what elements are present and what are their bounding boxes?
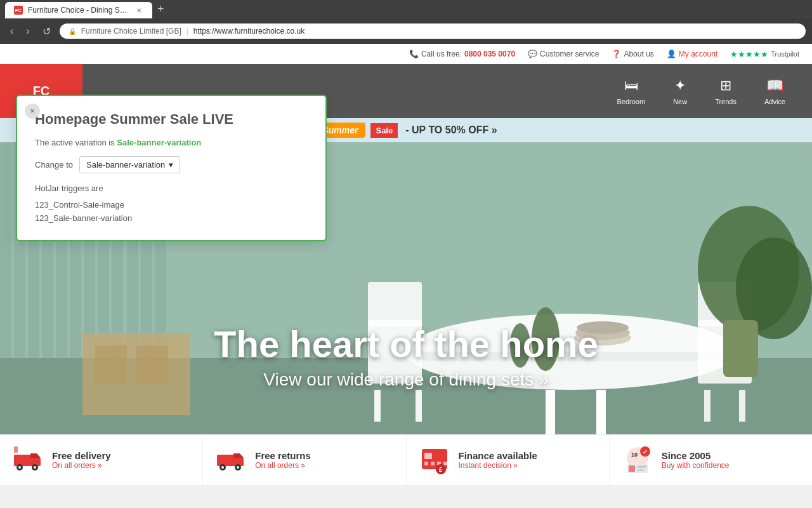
hero-title: The heart of the home xyxy=(152,324,660,364)
feature-returns[interactable]: Free returns On all orders » xyxy=(203,435,406,485)
customer-service-icon: 💬 xyxy=(528,50,537,58)
phone-icon: 📞 xyxy=(409,50,419,58)
svg-point-41 xyxy=(18,466,21,469)
finance-sub: Instant decision » xyxy=(459,461,537,470)
my-account-label: My account xyxy=(679,50,717,58)
popup-desc-prefix: The active variation is xyxy=(35,138,117,147)
trends-label: Trends xyxy=(715,98,737,105)
svg-rect-23 xyxy=(704,390,710,422)
delivery-text: Free delivery On all orders » xyxy=(52,450,111,470)
returns-sub: On all orders » xyxy=(255,461,311,470)
account-icon: 👤 xyxy=(667,50,676,58)
phone-item[interactable]: 📞 Call us free: 0800 035 0070 xyxy=(409,50,515,58)
svg-rect-65 xyxy=(629,465,635,472)
reload-button[interactable]: ↺ xyxy=(39,23,55,40)
separator: | xyxy=(187,27,188,36)
trustpilot-label: Trustpilot xyxy=(771,50,799,58)
tab-title: Furniture Choice - Dining Sets, Ta... xyxy=(28,6,129,15)
change-variation-row: Change to Sale-banner-variation ▾ xyxy=(35,156,308,173)
customer-service-label: Customer service xyxy=(540,50,599,58)
site-name: Furniture Choice Limited [GB] xyxy=(81,27,181,36)
returns-icon xyxy=(216,445,246,476)
finance-text: Finance available Instant decision » xyxy=(459,450,537,470)
address-bar[interactable]: 🔒 Furniture Choice Limited [GB] | https:… xyxy=(60,23,806,39)
tab-favicon: FC xyxy=(14,6,23,15)
svg-rect-44 xyxy=(14,446,18,453)
svg-rect-20 xyxy=(416,390,422,422)
back-button[interactable]: ‹ xyxy=(6,23,17,39)
change-select-value: Sale-banner-variation xyxy=(86,160,165,170)
features-bar: Free delivery On all orders » xyxy=(0,434,812,485)
since-title: Since 2005 xyxy=(662,450,730,461)
forward-button[interactable]: › xyxy=(22,23,33,39)
chevron-down-icon: ▾ xyxy=(169,160,173,170)
feature-delivery[interactable]: Free delivery On all orders » xyxy=(0,435,203,485)
advice-label: Advice xyxy=(764,98,785,105)
hotjar-item-2: 123_Sale-banner-variation xyxy=(35,211,308,225)
svg-text:£: £ xyxy=(439,466,443,473)
returns-title: Free returns xyxy=(255,450,311,461)
since-sub: Buy with confidence xyxy=(662,461,730,470)
popup-active-variation: Sale-banner-variation xyxy=(117,138,201,147)
svg-rect-35 xyxy=(95,345,127,384)
customer-service-item[interactable]: 💬 Customer service xyxy=(528,50,599,58)
nav-item-advice[interactable]: 📖 Advice xyxy=(750,68,799,115)
nav-item-bedroom[interactable]: 🛏 Bedroom xyxy=(603,68,659,115)
finance-title: Finance available xyxy=(459,450,537,461)
delivery-sub: On all orders » xyxy=(52,461,111,470)
nav-item-trends[interactable]: ⊞ Trends xyxy=(701,68,750,115)
nav-item-new[interactable]: ✦ New xyxy=(659,68,701,115)
svg-rect-37 xyxy=(14,455,32,466)
sale-label: Sale xyxy=(370,123,398,138)
svg-point-51 xyxy=(237,466,239,469)
svg-rect-45 xyxy=(217,455,235,466)
feature-since[interactable]: 10 ✓ Since 2005 Buy with confidence xyxy=(610,435,812,485)
delivery-icon xyxy=(13,445,43,476)
svg-rect-19 xyxy=(374,390,381,422)
tab-close-button[interactable]: ✕ xyxy=(134,6,143,15)
trends-icon: ⊞ xyxy=(720,77,731,94)
since-icon: 10 ✓ xyxy=(622,445,653,476)
svg-rect-17 xyxy=(596,390,606,434)
bedroom-label: Bedroom xyxy=(617,98,645,105)
popup-close-button[interactable]: × xyxy=(25,104,40,119)
popup-title: Homepage Summer Sale LIVE xyxy=(35,111,308,128)
svg-rect-57 xyxy=(443,462,447,465)
hotjar-item-1: 123_Control-Sale-image xyxy=(35,198,308,211)
active-tab: FC Furniture Choice - Dining Sets, Ta...… xyxy=(5,2,152,18)
new-tab-button[interactable]: + xyxy=(152,0,169,18)
lock-icon: 🔒 xyxy=(69,28,76,35)
svg-text:✓: ✓ xyxy=(643,449,648,455)
hotjar-title: HotJar triggers are xyxy=(35,184,308,193)
phone-number: 0800 035 0070 xyxy=(464,50,515,58)
top-bar: 📞 Call us free: 0800 035 0070 💬 Customer… xyxy=(0,44,812,64)
bedroom-icon: 🛏 xyxy=(624,77,638,94)
trustpilot-badge[interactable]: ★★★★★ Trustpilot xyxy=(730,50,799,59)
discount-text: - UP TO 50% OFF » xyxy=(405,124,497,136)
delivery-title: Free delivery xyxy=(52,450,111,461)
hero-subtitle[interactable]: View our wide range of dining sets » xyxy=(152,370,660,390)
change-variation-select[interactable]: Sale-banner-variation ▾ xyxy=(79,156,180,173)
new-icon: ✦ xyxy=(674,77,686,94)
svg-rect-16 xyxy=(546,390,555,434)
svg-marker-47 xyxy=(233,453,244,458)
ab-test-popup: × Homepage Summer Sale LIVE The active v… xyxy=(16,95,327,241)
hero-text: The heart of the home View our wide rang… xyxy=(152,324,660,390)
svg-rect-54 xyxy=(424,462,428,465)
svg-point-49 xyxy=(221,466,224,469)
svg-marker-39 xyxy=(30,453,41,458)
svg-rect-33 xyxy=(723,320,758,377)
about-us-item[interactable]: ❓ About us xyxy=(612,50,653,58)
advice-icon: 📖 xyxy=(766,77,783,94)
feature-finance[interactable]: £ Finance available Instant decision » xyxy=(407,435,610,485)
svg-point-43 xyxy=(34,466,36,469)
new-label: New xyxy=(673,98,687,105)
my-account-item[interactable]: 👤 My account xyxy=(667,50,717,58)
since-text: Since 2005 Buy with confidence xyxy=(662,450,730,470)
svg-rect-66 xyxy=(638,465,646,468)
website: 📞 Call us free: 0800 035 0070 💬 Customer… xyxy=(0,44,812,485)
tab-bar: FC Furniture Choice - Dining Sets, Ta...… xyxy=(0,0,812,18)
returns-text: Free returns On all orders » xyxy=(255,450,311,470)
svg-rect-21 xyxy=(368,282,422,326)
about-us-label: About us xyxy=(624,50,653,58)
